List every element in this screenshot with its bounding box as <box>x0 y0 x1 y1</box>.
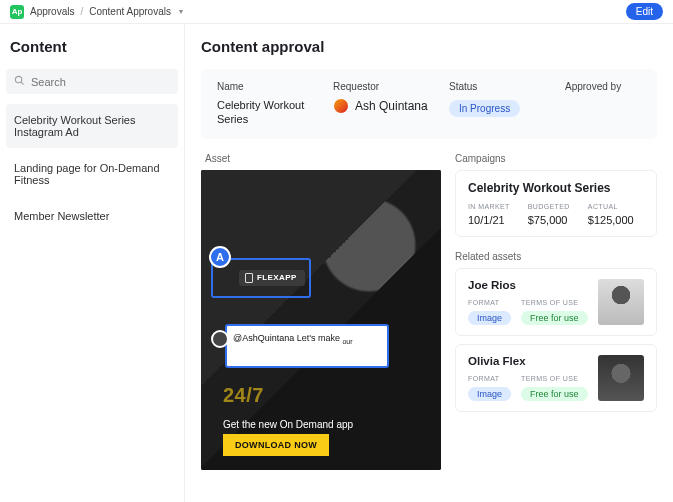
tag-label: FORMAT <box>468 375 511 382</box>
asset-overlay-sub: Get the new On Demand app <box>223 419 353 430</box>
search-box[interactable] <box>6 69 178 94</box>
tag-label: FORMAT <box>468 299 511 306</box>
requestor-name: Ash Quintana <box>355 99 428 113</box>
info-name: Celebrity Workout Series <box>217 98 327 127</box>
asset-preview[interactable]: A FLEXAPP @AshQuintana Let's make our 24… <box>201 170 441 470</box>
breadcrumb-current[interactable]: Content Approvals <box>89 6 171 17</box>
breadcrumb: Ap Approvals / Content Approvals ▾ <box>10 5 183 19</box>
approval-info-card: Name Celebrity Workout Series Requestor … <box>201 69 657 139</box>
annotation-chip-label: FLEXAPP <box>257 273 297 282</box>
info-label-requestor: Requestor <box>333 81 443 92</box>
chevron-down-icon[interactable]: ▾ <box>179 7 183 16</box>
related-asset-card[interactable]: Joe Rios FORMAT Image TERMS OF USE Free … <box>455 268 657 336</box>
info-label-status: Status <box>449 81 559 92</box>
related-assets-label: Related assets <box>455 251 657 262</box>
mention[interactable]: @AshQuintana <box>233 333 294 343</box>
phone-icon <box>245 273 253 283</box>
annotation-chip: FLEXAPP <box>239 270 305 286</box>
meta-value: $75,000 <box>528 214 570 226</box>
meta-value: 10/1/21 <box>468 214 510 226</box>
search-icon <box>14 75 25 88</box>
terms-pill: Free for use <box>521 311 588 325</box>
format-pill: Image <box>468 311 511 325</box>
comment-fragment-small: our <box>342 337 352 344</box>
sidebar-item[interactable]: Member Newsletter <box>6 200 178 232</box>
avatar <box>333 98 349 114</box>
meta-label: IN MARKET <box>468 203 510 210</box>
annotation-handle[interactable]: A <box>209 246 231 268</box>
breadcrumb-separator: / <box>80 6 83 17</box>
asset-overlay-headline: 24/7 <box>223 384 264 407</box>
meta-value: $125,000 <box>588 214 634 226</box>
search-input[interactable] <box>31 76 170 88</box>
comment-box[interactable]: @AshQuintana Let's make our <box>225 324 389 369</box>
avatar <box>211 330 229 348</box>
asset-label: Asset <box>205 153 441 164</box>
campaigns-label: Campaigns <box>455 153 657 164</box>
sidebar-item[interactable]: Celebrity Workout Series Instagram Ad <box>6 104 178 148</box>
svg-line-1 <box>21 82 24 85</box>
related-asset-thumb <box>598 279 644 325</box>
main-content: Content approval Name Celebrity Workout … <box>185 24 673 502</box>
breadcrumb-root[interactable]: Approvals <box>30 6 74 17</box>
info-label-approved-by: Approved by <box>565 81 655 92</box>
comment-text[interactable]: @AshQuintana Let's make our <box>233 332 381 347</box>
page-title: Content approval <box>201 38 657 55</box>
requestor[interactable]: Ash Quintana <box>333 98 443 114</box>
status-badge: In Progress <box>449 100 520 117</box>
sidebar: Content Celebrity Workout Series Instagr… <box>0 24 185 502</box>
info-label-name: Name <box>217 81 327 92</box>
terms-pill: Free for use <box>521 387 588 401</box>
meta-label: BUDGETED <box>528 203 570 210</box>
comment-fragment: Let's make <box>294 333 342 343</box>
format-pill: Image <box>468 387 511 401</box>
related-asset-thumb <box>598 355 644 401</box>
meta-label: ACTUAL <box>588 203 634 210</box>
download-now-button[interactable]: DOWNLOAD NOW <box>223 434 329 456</box>
related-asset-name: Olivia Flex <box>468 355 588 367</box>
tag-label: TERMS OF USE <box>521 299 588 306</box>
annotation-selection[interactable]: A FLEXAPP <box>211 258 311 298</box>
related-asset-name: Joe Rios <box>468 279 588 291</box>
topbar: Ap Approvals / Content Approvals ▾ Edit <box>0 0 673 24</box>
tag-label: TERMS OF USE <box>521 375 588 382</box>
svg-point-0 <box>15 76 21 82</box>
edit-button[interactable]: Edit <box>626 3 663 20</box>
campaign-title: Celebrity Workout Series <box>468 181 644 195</box>
sidebar-title: Content <box>10 38 174 55</box>
campaign-card[interactable]: Celebrity Workout Series IN MARKET 10/1/… <box>455 170 657 237</box>
app-badge: Ap <box>10 5 24 19</box>
related-asset-card[interactable]: Olivia Flex FORMAT Image TERMS OF USE Fr… <box>455 344 657 412</box>
sidebar-item[interactable]: Landing page for On-Demand Fitness <box>6 152 178 196</box>
